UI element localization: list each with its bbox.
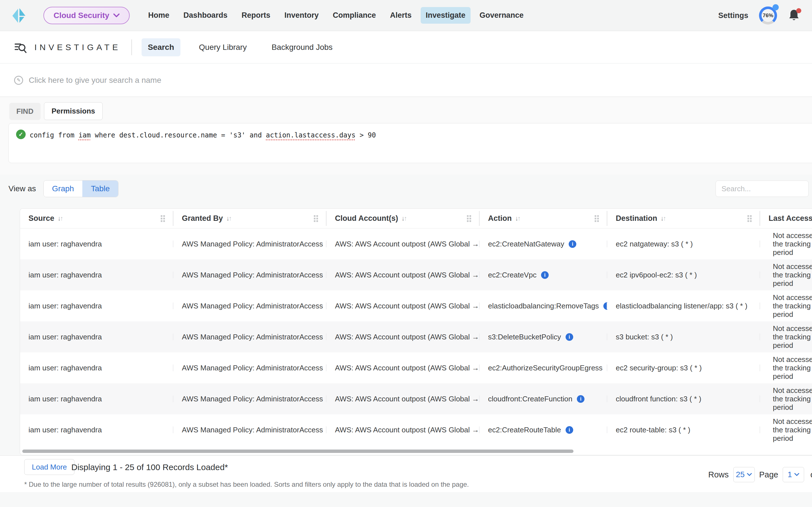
info-icon[interactable]: i	[577, 395, 585, 403]
notifications-button[interactable]	[788, 9, 800, 22]
sort-icon[interactable]: ↓↑	[226, 215, 231, 222]
query-tab-find[interactable]: FIND	[9, 103, 41, 120]
horizontal-scrollbar[interactable]	[20, 449, 812, 454]
cell-last-access: Not accessed in the tracking period	[760, 417, 812, 443]
query-tabs: FINDPermissions	[9, 102, 103, 120]
cell-destination: ec2 route-table: s3 ( * )	[607, 426, 760, 434]
cell-cloud-account: AWS: AWS Account outpost (AWS Global → A…	[326, 240, 479, 248]
progress-percent: 76%	[759, 6, 777, 24]
info-icon[interactable]: i	[541, 271, 549, 279]
table-row[interactable]: iam user: raghavendraAWS Managed Policy:…	[20, 321, 812, 352]
column-label[interactable]: Action	[488, 214, 512, 223]
nav-item-compliance[interactable]: Compliance	[327, 7, 381, 24]
navbar-right: Settings 76%	[718, 0, 800, 31]
nav-item-investigate[interactable]: Investigate	[421, 7, 470, 24]
main-nav: HomeDashboardsReportsInventoryCompliance…	[143, 7, 529, 24]
cell-text: AWS Managed Policy: AdministratorAccess	[182, 302, 323, 311]
view-option-graph[interactable]: Graph	[44, 180, 83, 197]
cell-last-access: Not accessed in the tracking period	[760, 386, 812, 411]
sort-icon[interactable]: ↓↑	[402, 215, 406, 222]
column-label[interactable]: Granted By	[182, 214, 223, 223]
info-icon[interactable]: i	[566, 333, 573, 341]
rows-per-page-select[interactable]: 25	[733, 467, 755, 482]
cell-text: AWS: AWS Account outpost (AWS Global → A…	[335, 302, 479, 311]
product-switcher[interactable]: Cloud Security	[43, 7, 130, 24]
sort-icon[interactable]: ↓↑	[58, 215, 63, 222]
prisma-cloud-logo-icon[interactable]	[12, 6, 30, 24]
column-label[interactable]: Destination	[616, 214, 657, 223]
nav-item-alerts[interactable]: Alerts	[385, 7, 417, 24]
column-drag-handle[interactable]	[748, 215, 752, 222]
info-icon[interactable]: i	[569, 240, 576, 248]
cell-text: s3:DeleteBucketPolicy	[488, 333, 561, 341]
cell-text: AWS Managed Policy: AdministratorAccess	[182, 363, 323, 372]
query-section: FINDPermissions ✓ config from iam where …	[0, 97, 812, 175]
cell-text: AWS Managed Policy: AdministratorAccess	[182, 271, 323, 279]
investigate-tab-background-jobs[interactable]: Background Jobs	[265, 38, 339, 56]
cell-destination: ec2 security-group: s3 ( * )	[607, 363, 760, 372]
column-drag-handle[interactable]	[161, 215, 165, 222]
cell-text: ec2:CreateRouteTable	[488, 426, 561, 434]
cell-text: AWS: AWS Account outpost (AWS Global → A…	[335, 363, 479, 372]
cell-last-access: Not accessed in the tracking period	[760, 324, 812, 349]
table-row[interactable]: iam user: raghavendraAWS Managed Policy:…	[20, 290, 812, 321]
column-drag-handle[interactable]	[314, 215, 318, 222]
info-icon[interactable]: i	[566, 426, 573, 434]
page-select[interactable]: 1	[783, 467, 804, 482]
load-more-button[interactable]: Load More	[24, 459, 74, 475]
column-drag-handle[interactable]	[467, 215, 471, 222]
investigate-tab-query-library[interactable]: Query Library	[193, 38, 253, 56]
nav-item-governance[interactable]: Governance	[474, 7, 529, 24]
table-search-input[interactable]	[721, 184, 812, 193]
nav-item-dashboards[interactable]: Dashboards	[179, 7, 233, 24]
cell-action: ec2:CreateNatGatewayi	[479, 240, 607, 248]
view-option-table[interactable]: Table	[82, 180, 118, 197]
cell-text: ec2:CreateNatGateway	[488, 240, 564, 248]
cell-text: AWS: AWS Account outpost (AWS Global → A…	[335, 426, 479, 434]
nav-item-home[interactable]: Home	[143, 7, 174, 24]
column-label[interactable]: Source	[29, 214, 54, 223]
nav-item-inventory[interactable]: Inventory	[280, 7, 324, 24]
investigate-tabs: SearchQuery LibraryBackground Jobs	[142, 38, 339, 56]
chevron-down-icon	[113, 13, 119, 17]
column-label[interactable]: Cloud Account(s)	[335, 214, 398, 223]
cell-text: ec2:AuthorizeSecurityGroupEgress	[488, 363, 603, 372]
query-text[interactable]: config from iam where dest.cloud.resourc…	[30, 130, 804, 140]
cell-destination: ec2 ipv6pool-ec2: s3 ( * )	[607, 271, 760, 279]
table-row[interactable]: iam user: raghavendraAWS Managed Policy:…	[20, 352, 812, 383]
table-row[interactable]: iam user: raghavendraAWS Managed Policy:…	[20, 260, 812, 290]
cell-source: iam user: raghavendra	[20, 426, 173, 434]
settings-button[interactable]: Settings	[718, 11, 748, 20]
table-search-box[interactable]: ✕	[716, 180, 809, 197]
product-label: Cloud Security	[54, 11, 109, 20]
query-valid-check-icon: ✓	[16, 129, 26, 139]
page-of-text: of 4	[810, 470, 812, 480]
table-row[interactable]: iam user: raghavendraAWS Managed Policy:…	[20, 383, 812, 414]
search-name-row[interactable]: ✎ Click here to give your search a name	[0, 64, 812, 97]
table-row[interactable]: iam user: raghavendraAWS Managed Policy:…	[20, 228, 812, 260]
query-term: > 90	[356, 131, 376, 139]
query-term-underlined: iam	[79, 131, 91, 139]
cell-granted-by: AWS Managed Policy: AdministratorAccess	[173, 395, 326, 403]
chevron-down-icon	[794, 473, 799, 476]
investigate-tab-search[interactable]: Search	[142, 38, 180, 56]
cell-destination: cloudfront function: s3 ( * )	[607, 395, 760, 403]
info-icon[interactable]: i	[603, 302, 607, 310]
query-tab-permissions[interactable]: Permissions	[44, 102, 103, 120]
vertical-divider	[132, 40, 132, 55]
sort-icon[interactable]: ↓↑	[515, 215, 520, 222]
scrollbar-thumb[interactable]	[22, 450, 573, 453]
cell-cloud-account: AWS: AWS Account outpost (AWS Global → A…	[326, 302, 479, 311]
cell-source: iam user: raghavendra	[20, 363, 173, 372]
cell-source: iam user: raghavendra	[20, 240, 173, 248]
table-row[interactable]: iam user: raghavendraAWS Managed Policy:…	[20, 414, 812, 445]
progress-ring[interactable]: 76%	[759, 6, 777, 24]
column-drag-handle[interactable]	[595, 215, 599, 222]
nav-item-reports[interactable]: Reports	[237, 7, 275, 24]
sort-icon[interactable]: ↓↑	[661, 215, 665, 222]
column-header-last-access: Last Access↓↑	[760, 209, 812, 228]
query-editor[interactable]: ✓ config from iam where dest.cloud.resou…	[8, 123, 812, 163]
rows-per-page-value: 25	[736, 470, 745, 479]
cell-action: elasticloadbalancing:RemoveTagsi	[479, 302, 607, 311]
column-label[interactable]: Last Access	[769, 214, 812, 223]
